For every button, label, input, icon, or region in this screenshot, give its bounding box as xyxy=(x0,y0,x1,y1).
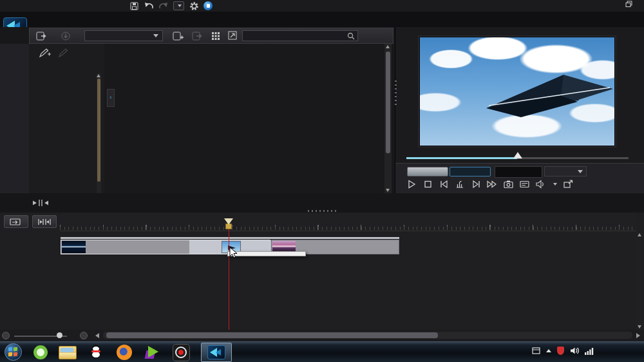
library-scrollbar[interactable] xyxy=(384,44,392,193)
scroll-up-icon[interactable] xyxy=(97,74,100,77)
zoom-out-button[interactable] xyxy=(2,332,10,339)
system-tray xyxy=(532,347,594,355)
preview-seek-bar[interactable] xyxy=(406,157,629,159)
scroll-up-icon[interactable] xyxy=(638,233,641,236)
restore-button[interactable] xyxy=(625,1,632,7)
title-bar xyxy=(0,0,644,12)
play-button[interactable] xyxy=(406,179,417,189)
window-controls xyxy=(610,1,640,7)
notification-badge-icon[interactable] xyxy=(204,1,213,10)
mouse-cursor xyxy=(229,247,238,259)
fast-forward-button[interactable] xyxy=(487,179,497,189)
seek-progress xyxy=(406,157,517,159)
tray-window-icon[interactable] xyxy=(532,347,540,354)
tray-network-icon[interactable] xyxy=(585,347,594,355)
mode-tabs-bar xyxy=(0,12,644,28)
scroll-up-icon[interactable] xyxy=(386,45,390,48)
search-input[interactable] xyxy=(245,31,345,42)
expand-view-icon[interactable] xyxy=(228,31,240,41)
splitter-handle-icon[interactable] xyxy=(30,198,51,207)
import-media-icon[interactable] xyxy=(36,31,48,41)
save-icon[interactable] xyxy=(129,1,139,11)
scrollbar-thumb[interactable] xyxy=(97,79,100,182)
chevron-down-icon xyxy=(178,5,182,7)
timeline-bottom-bar xyxy=(0,330,644,341)
edit-tag-pen-icon[interactable] xyxy=(57,48,69,59)
template-grid xyxy=(104,44,383,193)
library-search-box xyxy=(242,30,358,41)
preview-quality-icon[interactable] xyxy=(519,179,529,189)
aspect-ratio-selector[interactable] xyxy=(173,1,184,10)
zoom-fit-dropdown[interactable] xyxy=(544,166,587,176)
settings-gear-icon[interactable] xyxy=(189,1,199,11)
tray-security-icon[interactable] xyxy=(557,347,564,355)
tray-volume-icon[interactable] xyxy=(570,347,579,355)
powerdirector-taskbar-icon[interactable] xyxy=(201,343,232,362)
undo-icon[interactable] xyxy=(144,1,154,11)
scroll-left-icon[interactable] xyxy=(95,333,99,338)
step-button[interactable] xyxy=(455,179,465,189)
transition-tooltip xyxy=(227,251,306,256)
timeline-ruler[interactable] xyxy=(60,214,636,231)
timeline-horizontal-scrollbar[interactable] xyxy=(103,332,632,339)
firefox-icon[interactable] xyxy=(113,343,135,361)
full-movie-mode-button[interactable] xyxy=(450,167,491,176)
scroll-down-icon[interactable] xyxy=(638,325,641,329)
zoom-in-button[interactable] xyxy=(80,332,88,339)
new-folder-icon[interactable] xyxy=(173,31,184,41)
explorer-icon[interactable] xyxy=(57,343,79,361)
track-manager-button[interactable] xyxy=(4,215,28,228)
library-toolbar xyxy=(29,28,393,44)
collapse-category-panel-button[interactable]: ‹ xyxy=(107,89,115,107)
undock-preview-icon[interactable] xyxy=(563,179,573,189)
qq-icon[interactable] xyxy=(85,343,107,361)
chevron-down-icon xyxy=(153,34,158,37)
potplayer-icon[interactable] xyxy=(142,343,164,361)
timeline-vertical-scrollbar[interactable] xyxy=(636,232,643,330)
library-panel xyxy=(0,27,395,193)
scrollbar-thumb[interactable] xyxy=(106,332,438,338)
previous-frame-button[interactable] xyxy=(439,179,449,189)
export-library-icon[interactable] xyxy=(192,31,204,41)
timeline-panel xyxy=(0,213,644,341)
timecode-display[interactable] xyxy=(495,166,542,178)
playhead-line xyxy=(229,218,229,330)
download-template-icon[interactable] xyxy=(61,31,72,41)
powerdirector-window: ‹ xyxy=(0,0,644,362)
snap-range-button[interactable] xyxy=(32,215,57,228)
redo-icon[interactable] xyxy=(158,1,169,11)
zoom-slider-handle[interactable] xyxy=(57,332,62,338)
library-filter-dropdown[interactable] xyxy=(84,30,163,41)
search-icon[interactable] xyxy=(347,32,355,40)
tray-expand-icon[interactable] xyxy=(546,349,551,352)
chevron-down-icon xyxy=(553,183,557,186)
room-sidebar xyxy=(0,44,30,193)
stop-button[interactable] xyxy=(422,179,433,189)
scroll-down-icon[interactable] xyxy=(386,189,390,192)
playhead-handle[interactable] xyxy=(224,218,233,225)
seek-handle[interactable] xyxy=(513,152,522,158)
scrollbar-thumb[interactable] xyxy=(386,52,390,153)
new-tag-pen-icon[interactable] xyxy=(38,48,51,59)
clip-selection-strip xyxy=(61,237,399,239)
vertical-grip-icon[interactable] xyxy=(395,81,397,106)
snapshot-camera-icon[interactable] xyxy=(503,179,513,189)
preview-video[interactable] xyxy=(419,37,615,146)
panel-divider xyxy=(0,193,644,213)
chevron-down-icon xyxy=(578,170,583,173)
scroll-right-icon[interactable] xyxy=(636,333,640,338)
next-frame-button[interactable] xyxy=(471,179,481,189)
divider-grip-icon[interactable] xyxy=(308,210,336,212)
3d-mode-button[interactable] xyxy=(551,183,557,186)
start-button[interactable] xyxy=(5,343,22,361)
preview-controls xyxy=(395,163,644,194)
grid-view-icon[interactable] xyxy=(211,31,223,41)
preview-panel xyxy=(395,27,644,193)
recorder-icon[interactable] xyxy=(170,343,192,361)
category-scrollbar[interactable] xyxy=(97,73,101,193)
browser-360-icon[interactable] xyxy=(30,343,52,361)
volume-icon[interactable] xyxy=(535,179,545,189)
windows-taskbar xyxy=(0,341,644,362)
transport-controls xyxy=(406,179,573,189)
segment-mode-button[interactable] xyxy=(407,167,448,176)
